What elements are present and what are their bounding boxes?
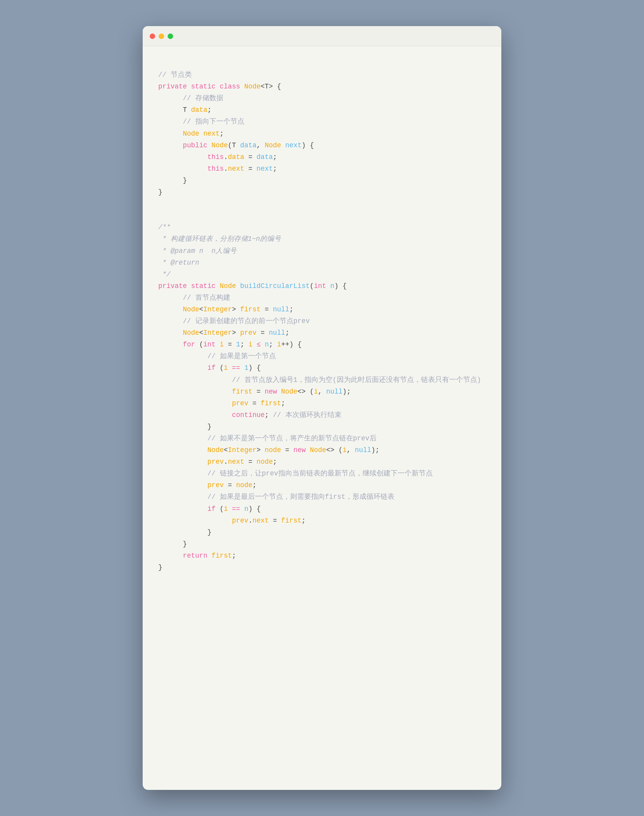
titlebar [143,26,501,46]
code-area: // 节点类 private static class Node<T> { //… [143,46,501,790]
code-block: // 节点类 private static class Node<T> { //… [158,57,486,585]
maximize-button[interactable] [168,34,173,39]
traffic-lights [150,34,173,39]
minimize-button[interactable] [159,34,164,39]
close-button[interactable] [150,34,155,39]
window: // 节点类 private static class Node<T> { //… [143,26,501,790]
